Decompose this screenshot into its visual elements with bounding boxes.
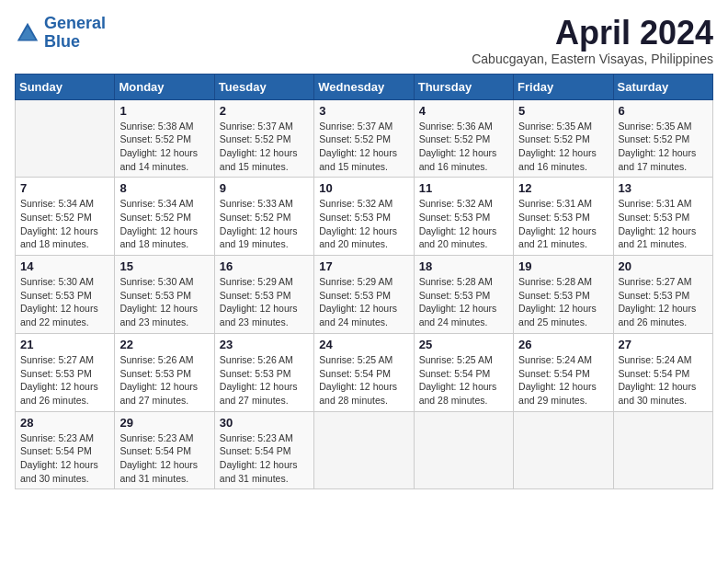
day-info: Sunrise: 5:35 AMSunset: 5:52 PMDaylight:… xyxy=(518,120,608,174)
calendar-week-1: 1Sunrise: 5:38 AMSunset: 5:52 PMDaylight… xyxy=(16,99,713,178)
title-block: April 2024 Cabucgayan, Eastern Visayas, … xyxy=(472,15,713,66)
day-number: 25 xyxy=(419,338,508,351)
day-number: 3 xyxy=(319,104,408,118)
day-number: 28 xyxy=(20,416,109,430)
calendar-week-2: 7Sunrise: 5:34 AMSunset: 5:52 PMDaylight… xyxy=(16,178,713,256)
day-number: 19 xyxy=(518,259,608,273)
day-number: 6 xyxy=(619,104,708,118)
day-number: 7 xyxy=(20,181,109,195)
day-info: Sunrise: 5:34 AMSunset: 5:52 PMDaylight:… xyxy=(119,197,209,251)
calendar-week-5: 28Sunrise: 5:23 AMSunset: 5:54 PMDayligh… xyxy=(16,411,713,489)
day-number: 21 xyxy=(20,338,109,351)
day-number: 9 xyxy=(220,181,309,195)
day-number: 24 xyxy=(319,338,408,351)
day-info: Sunrise: 5:27 AMSunset: 5:53 PMDaylight:… xyxy=(619,275,708,329)
day-number: 17 xyxy=(319,259,408,273)
day-number: 8 xyxy=(119,181,209,195)
day-info: Sunrise: 5:23 AMSunset: 5:54 PMDaylight:… xyxy=(119,431,209,486)
day-info: Sunrise: 5:27 AMSunset: 5:53 PMDaylight:… xyxy=(20,353,109,408)
calendar-cell: 9Sunrise: 5:33 AMSunset: 5:52 PMDaylight… xyxy=(214,178,313,256)
day-info: Sunrise: 5:24 AMSunset: 5:54 PMDaylight:… xyxy=(619,353,708,408)
calendar-cell: 8Sunrise: 5:34 AMSunset: 5:52 PMDaylight… xyxy=(115,178,214,256)
calendar-cell: 11Sunrise: 5:32 AMSunset: 5:53 PMDayligh… xyxy=(414,178,513,256)
logo-general: General xyxy=(44,14,106,32)
day-number: 29 xyxy=(119,416,209,430)
day-info: Sunrise: 5:38 AMSunset: 5:52 PMDaylight:… xyxy=(119,120,209,174)
weekday-header-tuesday: Tuesday xyxy=(214,74,313,99)
day-number: 26 xyxy=(518,338,608,351)
calendar-cell: 14Sunrise: 5:30 AMSunset: 5:53 PMDayligh… xyxy=(16,256,115,334)
calendar-cell: 20Sunrise: 5:27 AMSunset: 5:53 PMDayligh… xyxy=(613,256,712,334)
day-number: 18 xyxy=(419,259,508,273)
calendar-cell: 17Sunrise: 5:29 AMSunset: 5:53 PMDayligh… xyxy=(314,256,414,334)
day-info: Sunrise: 5:31 AMSunset: 5:53 PMDaylight:… xyxy=(518,197,608,251)
calendar-cell: 1Sunrise: 5:38 AMSunset: 5:52 PMDaylight… xyxy=(115,99,214,178)
day-info: Sunrise: 5:28 AMSunset: 5:53 PMDaylight:… xyxy=(419,275,508,329)
calendar-cell: 15Sunrise: 5:30 AMSunset: 5:53 PMDayligh… xyxy=(115,256,214,334)
day-info: Sunrise: 5:29 AMSunset: 5:53 PMDaylight:… xyxy=(220,275,309,329)
calendar-cell: 12Sunrise: 5:31 AMSunset: 5:53 PMDayligh… xyxy=(514,178,613,256)
calendar-header: SundayMondayTuesdayWednesdayThursdayFrid… xyxy=(16,74,713,99)
day-number: 5 xyxy=(518,104,608,118)
calendar-cell xyxy=(414,411,513,489)
day-info: Sunrise: 5:33 AMSunset: 5:52 PMDaylight:… xyxy=(220,197,309,251)
calendar-cell: 28Sunrise: 5:23 AMSunset: 5:54 PMDayligh… xyxy=(16,411,115,489)
calendar-cell: 26Sunrise: 5:24 AMSunset: 5:54 PMDayligh… xyxy=(514,333,613,411)
day-info: Sunrise: 5:23 AMSunset: 5:54 PMDaylight:… xyxy=(220,431,309,486)
month-title: April 2024 xyxy=(472,15,713,52)
calendar-cell xyxy=(613,411,712,489)
day-info: Sunrise: 5:26 AMSunset: 5:53 PMDaylight:… xyxy=(119,353,209,408)
weekday-header-saturday: Saturday xyxy=(613,74,712,99)
calendar-cell xyxy=(16,99,115,178)
day-info: Sunrise: 5:24 AMSunset: 5:54 PMDaylight:… xyxy=(518,353,608,408)
day-number: 22 xyxy=(119,338,209,351)
day-info: Sunrise: 5:32 AMSunset: 5:53 PMDaylight:… xyxy=(419,197,508,251)
calendar-cell: 7Sunrise: 5:34 AMSunset: 5:52 PMDaylight… xyxy=(16,178,115,256)
day-info: Sunrise: 5:34 AMSunset: 5:52 PMDaylight:… xyxy=(20,197,109,251)
logo: General Blue xyxy=(15,15,106,52)
day-number: 13 xyxy=(619,181,708,195)
weekday-header-sunday: Sunday xyxy=(16,74,115,99)
calendar-body: 1Sunrise: 5:38 AMSunset: 5:52 PMDaylight… xyxy=(16,99,713,489)
day-number: 4 xyxy=(419,104,508,118)
day-number: 27 xyxy=(619,338,708,351)
day-number: 14 xyxy=(20,259,109,273)
day-number: 20 xyxy=(619,259,708,273)
day-number: 16 xyxy=(220,259,309,273)
calendar-cell: 16Sunrise: 5:29 AMSunset: 5:53 PMDayligh… xyxy=(214,256,313,334)
calendar-table: SundayMondayTuesdayWednesdayThursdayFrid… xyxy=(15,74,713,490)
day-number: 2 xyxy=(220,104,309,118)
logo-icon xyxy=(15,20,40,46)
weekday-header-monday: Monday xyxy=(115,74,214,99)
day-number: 10 xyxy=(319,181,408,195)
calendar-cell: 5Sunrise: 5:35 AMSunset: 5:52 PMDaylight… xyxy=(514,99,613,178)
day-info: Sunrise: 5:26 AMSunset: 5:53 PMDaylight:… xyxy=(220,353,309,408)
day-info: Sunrise: 5:29 AMSunset: 5:53 PMDaylight:… xyxy=(319,275,408,329)
day-info: Sunrise: 5:25 AMSunset: 5:54 PMDaylight:… xyxy=(419,353,508,408)
calendar-cell: 21Sunrise: 5:27 AMSunset: 5:53 PMDayligh… xyxy=(16,333,115,411)
day-info: Sunrise: 5:30 AMSunset: 5:53 PMDaylight:… xyxy=(20,275,109,329)
calendar-cell: 30Sunrise: 5:23 AMSunset: 5:54 PMDayligh… xyxy=(214,411,313,489)
calendar-cell: 18Sunrise: 5:28 AMSunset: 5:53 PMDayligh… xyxy=(414,256,513,334)
calendar-cell: 22Sunrise: 5:26 AMSunset: 5:53 PMDayligh… xyxy=(115,333,214,411)
day-info: Sunrise: 5:28 AMSunset: 5:53 PMDaylight:… xyxy=(518,275,608,329)
day-number: 11 xyxy=(419,181,508,195)
day-info: Sunrise: 5:32 AMSunset: 5:53 PMDaylight:… xyxy=(319,197,408,251)
day-info: Sunrise: 5:23 AMSunset: 5:54 PMDaylight:… xyxy=(20,431,109,486)
day-number: 12 xyxy=(518,181,608,195)
calendar-cell: 29Sunrise: 5:23 AMSunset: 5:54 PMDayligh… xyxy=(115,411,214,489)
calendar-cell: 3Sunrise: 5:37 AMSunset: 5:52 PMDaylight… xyxy=(314,99,414,178)
calendar-cell: 6Sunrise: 5:35 AMSunset: 5:52 PMDaylight… xyxy=(613,99,712,178)
calendar-week-4: 21Sunrise: 5:27 AMSunset: 5:53 PMDayligh… xyxy=(16,333,713,411)
weekday-header-friday: Friday xyxy=(514,74,613,99)
calendar-cell: 23Sunrise: 5:26 AMSunset: 5:53 PMDayligh… xyxy=(214,333,313,411)
weekday-header-wednesday: Wednesday xyxy=(314,74,414,99)
calendar-cell: 24Sunrise: 5:25 AMSunset: 5:54 PMDayligh… xyxy=(314,333,414,411)
calendar-week-3: 14Sunrise: 5:30 AMSunset: 5:53 PMDayligh… xyxy=(16,256,713,334)
calendar-cell: 2Sunrise: 5:37 AMSunset: 5:52 PMDaylight… xyxy=(214,99,313,178)
day-info: Sunrise: 5:30 AMSunset: 5:53 PMDaylight:… xyxy=(119,275,209,329)
day-info: Sunrise: 5:36 AMSunset: 5:52 PMDaylight:… xyxy=(419,120,508,174)
location-subtitle: Cabucgayan, Eastern Visayas, Philippines xyxy=(472,52,713,66)
calendar-cell: 27Sunrise: 5:24 AMSunset: 5:54 PMDayligh… xyxy=(613,333,712,411)
calendar-cell xyxy=(514,411,613,489)
